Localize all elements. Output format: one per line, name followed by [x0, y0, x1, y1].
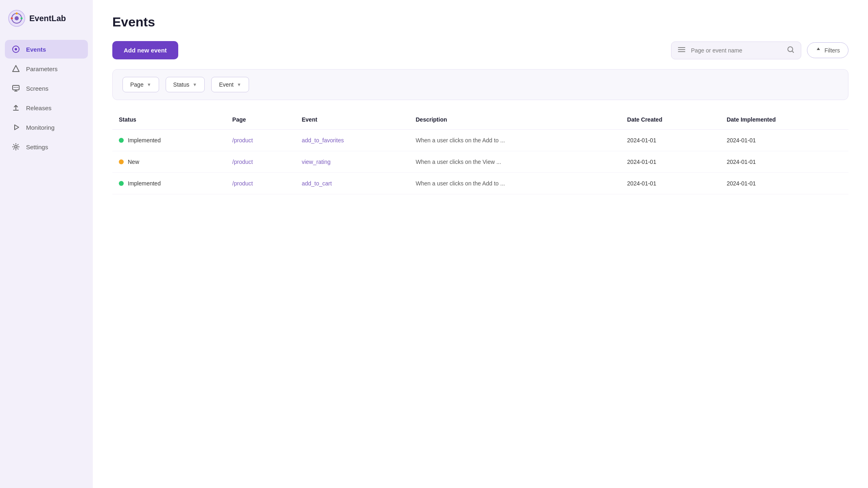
page-link-0[interactable]: /product [232, 137, 253, 144]
hamburger-icon [678, 47, 685, 54]
sidebar-item-monitoring[interactable]: Monitoring [5, 118, 88, 137]
filters-button[interactable]: Filters [807, 42, 848, 58]
svg-point-5 [11, 17, 13, 20]
filter-event-button[interactable]: Event ▼ [211, 77, 249, 92]
status-cell-0: Implemented [112, 130, 226, 151]
col-event: Event [295, 111, 409, 130]
brand: EventLab [0, 10, 93, 40]
col-page: Page [226, 111, 295, 130]
status-cell-1: New [112, 151, 226, 173]
filter-event-label: Event [219, 81, 234, 88]
page-cell-2: /product [226, 173, 295, 194]
status-cell-2: Implemented [112, 173, 226, 194]
col-description: Description [409, 111, 621, 130]
status-label-0: Implemented [128, 137, 161, 144]
table-header: Status Page Event Description Date Creat… [112, 111, 848, 130]
releases-icon [11, 103, 20, 112]
filter-page-label: Page [130, 81, 144, 88]
table-row: New /product view_rating When a user cli… [112, 151, 848, 173]
col-date-created: Date Created [621, 111, 720, 130]
description-cell-2: When a user clicks on the Add to ... [409, 173, 621, 194]
table-row: Implemented /product add_to_favorites Wh… [112, 130, 848, 151]
add-event-button[interactable]: Add new event [112, 41, 178, 59]
page-link-1[interactable]: /product [232, 159, 253, 165]
date-created-cell-1: 2024-01-01 [621, 151, 720, 173]
description-text-0: When a user clicks on the Add to ... [416, 137, 505, 144]
chevron-down-icon-status: ▼ [192, 82, 197, 87]
event-link-1[interactable]: view_rating [302, 159, 330, 165]
svg-point-4 [21, 17, 23, 20]
svg-marker-10 [15, 125, 19, 130]
description-cell-0: When a user clicks on the Add to ... [409, 130, 621, 151]
filter-status-button[interactable]: Status ▼ [166, 77, 205, 92]
svg-point-3 [16, 13, 18, 15]
search-box [671, 41, 801, 59]
filters-up-icon [816, 47, 821, 54]
filter-status-label: Status [173, 81, 190, 88]
table-row: Implemented /product add_to_cart When a … [112, 173, 848, 194]
date-implemented-2: 2024-01-01 [727, 180, 756, 187]
svg-point-7 [15, 48, 17, 50]
date-created-cell-0: 2024-01-01 [621, 130, 720, 151]
svg-point-12 [788, 47, 793, 52]
toolbar-right: Filters [671, 41, 848, 59]
main-content: Events Add new event [93, 0, 868, 488]
sidebar-item-settings[interactable]: Settings [5, 137, 88, 156]
settings-icon [11, 142, 20, 151]
status-dot-0 [119, 138, 124, 143]
brand-name: EventLab [29, 14, 66, 23]
svg-point-2 [15, 16, 19, 20]
filter-page-button[interactable]: Page ▼ [122, 77, 159, 92]
date-implemented-cell-2: 2024-01-01 [720, 173, 848, 194]
toolbar: Add new event [112, 41, 848, 59]
event-link-2[interactable]: add_to_cart [302, 180, 332, 187]
date-created-1: 2024-01-01 [627, 159, 656, 165]
sidebar-item-screens-label: Screens [26, 85, 48, 92]
parameters-icon [11, 64, 20, 73]
description-text-2: When a user clicks on the Add to ... [416, 180, 505, 187]
svg-point-11 [15, 146, 17, 148]
date-implemented-1: 2024-01-01 [727, 159, 756, 165]
sidebar-nav: Events Parameters Screens [0, 40, 93, 156]
date-created-cell-2: 2024-01-01 [621, 173, 720, 194]
event-link-0[interactable]: add_to_favorites [302, 137, 344, 144]
sidebar-item-events[interactable]: Events [5, 40, 88, 59]
table-body: Implemented /product add_to_favorites Wh… [112, 130, 848, 194]
date-created-0: 2024-01-01 [627, 137, 656, 144]
page-link-2[interactable]: /product [232, 180, 253, 187]
status-dot-2 [119, 181, 124, 186]
filters-bar: Page ▼ Status ▼ Event ▼ [112, 69, 848, 100]
sidebar-item-parameters[interactable]: Parameters [5, 59, 88, 78]
date-implemented-0: 2024-01-01 [727, 137, 756, 144]
sidebar-item-events-label: Events [26, 46, 46, 53]
page-title: Events [112, 15, 848, 30]
filters-label: Filters [824, 47, 840, 54]
chevron-down-icon-page: ▼ [147, 82, 151, 87]
search-input[interactable] [691, 47, 783, 54]
status-label-1: New [128, 159, 139, 165]
event-cell-2: add_to_cart [295, 173, 409, 194]
date-implemented-cell-1: 2024-01-01 [720, 151, 848, 173]
sidebar-item-parameters-label: Parameters [26, 65, 58, 72]
monitoring-icon [11, 123, 20, 132]
sidebar-item-releases[interactable]: Releases [5, 98, 88, 117]
event-cell-1: view_rating [295, 151, 409, 173]
date-implemented-cell-0: 2024-01-01 [720, 130, 848, 151]
description-text-1: When a user clicks on the View ... [416, 159, 501, 165]
events-table: Status Page Event Description Date Creat… [112, 111, 848, 194]
status-dot-1 [119, 159, 124, 164]
sidebar-item-releases-label: Releases [26, 105, 52, 111]
description-cell-1: When a user clicks on the View ... [409, 151, 621, 173]
status-label-2: Implemented [128, 180, 161, 187]
sidebar: EventLab Events Parameters [0, 0, 93, 488]
sidebar-item-screens[interactable]: Screens [5, 79, 88, 98]
screens-icon [11, 84, 20, 93]
sidebar-item-settings-label: Settings [26, 144, 48, 150]
sidebar-item-monitoring-label: Monitoring [26, 124, 55, 131]
events-icon [11, 45, 20, 54]
page-cell-0: /product [226, 130, 295, 151]
page-cell-1: /product [226, 151, 295, 173]
search-icon [787, 46, 794, 55]
event-cell-0: add_to_favorites [295, 130, 409, 151]
date-created-2: 2024-01-01 [627, 180, 656, 187]
